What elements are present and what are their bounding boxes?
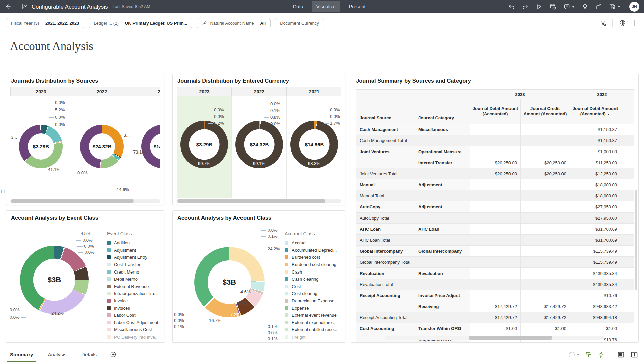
legend-item[interactable]: External event revenue: [285, 312, 344, 319]
table-row[interactable]: Global IntercompanyGlobal Intercompany$1…: [356, 246, 634, 257]
refresh-data-button[interactable]: [549, 3, 556, 10]
more-options-button[interactable]: [631, 20, 638, 26]
legend-item[interactable]: Invoices: [107, 304, 162, 312]
legend-item[interactable]: Burdened cost clearing: [285, 261, 344, 268]
legend-item[interactable]: Expense: [285, 304, 344, 312]
comments-button[interactable]: [564, 3, 575, 10]
table-row[interactable]: AHC LoanAHC Loan$31,700.69: [356, 224, 634, 235]
legend-item[interactable]: Adjustment: [107, 247, 162, 254]
canvas-style-button[interactable]: [585, 351, 592, 358]
legend-item[interactable]: External Revenue: [107, 283, 162, 290]
table-row[interactable]: ManualAdjustment$18,000.00: [356, 179, 634, 190]
column-header-debit-2022[interactable]: Journal Debit Amount (Accounted)▲: [570, 99, 621, 124]
add-canvas-button[interactable]: [110, 351, 116, 358]
table-row[interactable]: Cash ManagementMiscellaneous$1,150.87: [356, 124, 634, 135]
panel-resize-handle[interactable]: ❘❘: [0, 190, 2, 198]
redo-button[interactable]: [522, 3, 529, 10]
legend-item[interactable]: External unbilled rece...: [285, 326, 344, 334]
insights-button[interactable]: [582, 3, 588, 10]
legend-item[interactable]: Addition: [107, 239, 162, 247]
avatar[interactable]: JH: [629, 2, 639, 12]
canvas-tab-analysis[interactable]: Analysis: [48, 347, 66, 362]
column-header-debit-2023[interactable]: Journal Debit Amount (Accounted): [470, 99, 521, 124]
table-row[interactable]: Receiving$17,429.72$17,429.72$943,983.42: [356, 301, 634, 312]
legend-item[interactable]: Cost: [285, 283, 344, 290]
scrollbar-thumb[interactable]: [11, 199, 134, 203]
scrollbar-thumb[interactable]: [177, 199, 325, 203]
legend-item[interactable]: External expenditure ...: [285, 319, 344, 326]
undo-button[interactable]: [508, 3, 515, 10]
column-header-journal-category[interactable]: Journal Category: [415, 99, 470, 124]
column-group-2022[interactable]: 2022: [570, 90, 634, 99]
auto-apply-button[interactable]: [598, 351, 605, 358]
legend-item[interactable]: Credit Memo: [107, 268, 162, 276]
table-cell: [621, 146, 634, 157]
donut-chart[interactable]: $14.86B: [141, 125, 160, 168]
donut-chart[interactable]: $3.29B: [19, 125, 63, 168]
back-button[interactable]: [0, 0, 16, 13]
table-row[interactable]: AutoCopy Total$27,950.00: [356, 213, 634, 224]
table-row[interactable]: Receipt Accounting Total$17,429.72$17,42…: [356, 312, 634, 323]
legend-item[interactable]: Miscellaneous Cost: [107, 326, 162, 334]
save-button[interactable]: [609, 3, 620, 10]
filter-settings-button[interactable]: [600, 20, 607, 27]
table-row[interactable]: Internal Transfer$20,250.00$20,250.00$11…: [356, 157, 634, 168]
canvas-tab-details[interactable]: Details: [81, 347, 97, 362]
donut-chart[interactable]: $3B: [20, 246, 89, 314]
export-button[interactable]: [595, 3, 602, 10]
tab-present[interactable]: Present: [349, 4, 366, 9]
tab-data[interactable]: Data: [293, 4, 303, 9]
legend-item[interactable]: Cash clearing: [285, 276, 344, 283]
filter-ledger[interactable]: Ledger ... (2) UK Primary Ledger, US Pri…: [89, 18, 192, 28]
toggle-left-panel-button[interactable]: [617, 351, 625, 358]
filter-document-currency[interactable]: Document Currency: [275, 18, 324, 28]
table-row[interactable]: AHC Loan Total$31,700.69: [356, 235, 634, 246]
table-row[interactable]: Revaluation Total$439,385.84: [356, 279, 634, 290]
toggle-right-panel-button[interactable]: [631, 351, 638, 358]
column-header-journal-source[interactable]: Journal Source: [356, 99, 415, 124]
tab-visualize[interactable]: Visualize: [312, 1, 340, 12]
table-row[interactable]: Manual Total$18,000.00: [356, 190, 634, 201]
canvas-layout-button[interactable]: [569, 351, 579, 358]
table-row[interactable]: Cash Management Total$1,150.87: [356, 135, 634, 146]
legend-item[interactable]: Depreciation Expense: [285, 297, 344, 305]
horizontal-scrollbar[interactable]: [385, 336, 605, 340]
legend-item[interactable]: Intraorganization Tra...: [107, 290, 162, 297]
filter-funnel-icon: [600, 20, 607, 27]
legend-item[interactable]: Freight: [285, 334, 344, 341]
filter-natural-account[interactable]: Natural Account Name All: [197, 18, 271, 28]
legend-item[interactable]: Labor Cost: [107, 312, 162, 319]
table-row[interactable]: Cost AccountingTransfer Within ORG$1.00$…: [356, 323, 634, 334]
table-row[interactable]: Receipt AccountingInvoice Price Adjust$1…: [356, 290, 634, 301]
table-row[interactable]: Global Intercompany Total$115,739.49: [356, 257, 634, 268]
table-cell: [621, 279, 634, 290]
legend-item[interactable]: Accumulated Depreci...: [285, 247, 344, 254]
status-indicators-button[interactable]: [619, 20, 626, 27]
table-row[interactable]: RevaluationRevaluation$439,385.84: [356, 268, 634, 279]
table-row[interactable]: Joint Ventures Total$20,250.00$20,250.00…: [356, 168, 634, 179]
legend-item[interactable]: Accrual: [285, 239, 344, 247]
legend-item[interactable]: Labor Cost Adjustment: [107, 319, 162, 326]
legend-item[interactable]: PO Delivery into Inve...: [107, 334, 162, 341]
legend-item[interactable]: Cost Transfer: [107, 261, 162, 268]
filter-fiscal-year[interactable]: Fiscal Year (3) 2021, 2022, 2023: [6, 18, 84, 28]
legend-item[interactable]: Cash: [285, 268, 344, 276]
legend-item[interactable]: Debit Memo: [107, 276, 162, 283]
legend-item[interactable]: Invoice: [107, 297, 162, 305]
preview-button[interactable]: [536, 3, 542, 10]
legend-item[interactable]: Adjustment Entry: [107, 254, 162, 261]
donut-chart[interactable]: $24.32B: [80, 125, 124, 168]
donut-chart[interactable]: $3B: [194, 247, 265, 317]
table-row[interactable]: Joint VenturesOperational Measure$1,000.…: [356, 146, 634, 157]
sort-ascending-icon[interactable]: ▲: [607, 113, 610, 116]
horizontal-scrollbar[interactable]: [177, 199, 341, 203]
column-header-credit-2023[interactable]: Journal Credit Amount (Accounted): [521, 99, 570, 124]
legend-item[interactable]: Burdened cost: [285, 254, 344, 261]
legend-item[interactable]: Cost clearing: [285, 290, 344, 297]
scrollbar-thumb[interactable]: [469, 336, 552, 340]
column-group-2023[interactable]: 2023: [470, 90, 570, 99]
horizontal-scrollbar[interactable]: [10, 199, 160, 203]
table-row[interactable]: AutoCopyAdjustment$27,950.00: [356, 201, 634, 213]
canvas-tab-summary[interactable]: Summary: [10, 347, 33, 362]
vertical-scrollbar-thumb[interactable]: [635, 190, 637, 290]
